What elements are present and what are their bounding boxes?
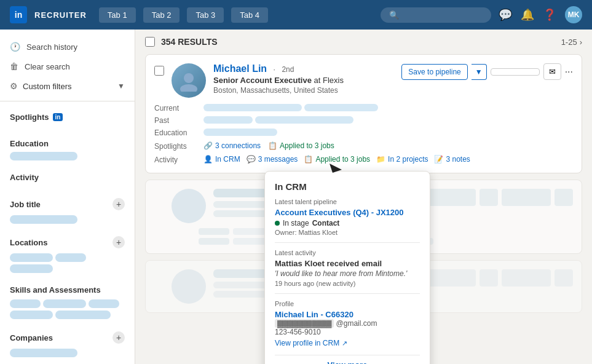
locations-pills xyxy=(10,253,125,273)
tooltip-pipeline-name[interactable]: Account Executives (Q4) - JX1200 xyxy=(275,208,420,217)
connections-icon: 🔗 xyxy=(203,141,213,150)
linkedin-logo[interactable]: in xyxy=(10,6,27,23)
tooltip-email: ▓▓▓▓▓▓▓▓▓▓▓ @gmail.com xyxy=(275,319,420,328)
search-icon: 🔍 xyxy=(389,10,399,20)
pagination: 1-25 › xyxy=(561,38,582,47)
nav-icons: 💬 🔔 ❓ MK xyxy=(499,6,582,23)
job-title-pills xyxy=(10,215,125,224)
messages-icon: 💬 xyxy=(247,155,256,164)
spotlights-row: Spotlights 🔗 3 connections 📋 Applied to … xyxy=(154,141,573,151)
tooltip-crm-link[interactable]: View profile in CRM ↗ xyxy=(275,339,420,347)
stage-name: Contact xyxy=(312,219,340,228)
notifications-icon[interactable]: 🔔 xyxy=(521,8,534,22)
education-pills xyxy=(10,152,125,160)
linkedin-badge: in xyxy=(53,113,63,121)
tooltip-phone: 123-456-9010 xyxy=(275,328,420,336)
sidebar: 🕐 Search history 🗑 Clear search ⚙ Custom… xyxy=(0,30,135,364)
save-to-pipeline-button[interactable]: Save to pipeline xyxy=(401,64,467,80)
email-redacted: ▓▓▓▓▓▓▓▓▓▓▓ xyxy=(275,319,334,328)
spotlights-title: Spotlights in xyxy=(10,113,125,122)
svg-point-1 xyxy=(180,84,197,92)
tooltip-activity-name: Mattias Kloet received email xyxy=(275,259,420,268)
message-button[interactable]: ✉ xyxy=(543,63,561,80)
skills-pills xyxy=(10,299,125,308)
tooltip-profile-label: Profile xyxy=(275,300,420,307)
activity-title: Activity xyxy=(10,173,125,182)
spotlights-section: Spotlights in xyxy=(0,106,135,133)
applied-icon: 📋 xyxy=(268,141,277,150)
education-row: Education xyxy=(154,127,573,137)
history-icon: 🕐 xyxy=(10,42,20,52)
applied-activity-icon: 📋 xyxy=(304,155,313,164)
companies-add[interactable]: + xyxy=(112,331,125,344)
notes-icon: 📝 xyxy=(434,155,443,164)
candidate-avatar xyxy=(172,63,206,98)
sidebar-clear-search[interactable]: 🗑 Clear search xyxy=(0,57,135,76)
chevron-down-icon: ▼ xyxy=(117,82,125,90)
svg-point-0 xyxy=(184,73,194,83)
candidate-name[interactable]: Michael Lin xyxy=(213,63,267,74)
more-options-button[interactable]: ··· xyxy=(565,66,573,77)
spotlights-connections[interactable]: 🔗 3 connections xyxy=(203,141,261,150)
crm-tooltip-popup: In CRM Latest talent pipeline Account Ex… xyxy=(264,171,430,364)
activity-projects[interactable]: 📁 In 2 projects xyxy=(376,154,428,164)
crm-icon: 👤 xyxy=(203,155,213,164)
results-header: 354 RESULTS 1-25 › xyxy=(145,37,582,47)
tooltip-cursor-arrow xyxy=(326,160,345,181)
locations-add[interactable]: + xyxy=(112,236,125,248)
tooltip-pipeline-label: Latest talent pipeline xyxy=(275,198,420,205)
skills-section: Skills and Assessments xyxy=(0,279,135,325)
messages-icon[interactable]: 💬 xyxy=(499,8,512,22)
current-row: Current xyxy=(154,103,573,113)
nav-tab-3[interactable]: Tab 3 xyxy=(187,7,224,23)
candidate-location: Boston, Massachusetts, United States xyxy=(213,86,394,95)
tooltip-divider-2 xyxy=(275,293,420,294)
sidebar-search-history[interactable]: 🕐 Search history xyxy=(0,37,135,57)
user-avatar[interactable]: MK xyxy=(565,6,582,23)
note-button[interactable] xyxy=(491,68,540,76)
divider-1 xyxy=(0,101,135,101)
past-row: Past xyxy=(154,115,573,125)
tooltip-profile-name[interactable]: Michael Lin - C66320 xyxy=(275,310,420,319)
trash-icon: 🗑 xyxy=(10,61,18,71)
nav-tab-1[interactable]: Tab 1 xyxy=(99,7,136,23)
skeleton-avatar xyxy=(172,189,206,223)
tooltip-title: In CRM xyxy=(275,181,420,192)
results-count: 354 RESULTS xyxy=(161,37,218,47)
job-title-add[interactable]: + xyxy=(112,198,125,210)
nav-tab-4[interactable]: Tab 4 xyxy=(231,7,268,23)
help-icon[interactable]: ❓ xyxy=(543,8,556,22)
nav-tab-2[interactable]: Tab 2 xyxy=(143,7,180,23)
candidate-title: Senior Account Executive at Flexis xyxy=(213,76,394,85)
sidebar-custom-filters[interactable]: ⚙ Custom filters ▼ xyxy=(0,76,135,96)
stage-label: In stage xyxy=(283,219,309,228)
education-title: Education xyxy=(10,139,125,148)
activity-messages[interactable]: 💬 3 messages xyxy=(247,154,298,164)
tooltip-stage-row: In stage Contact xyxy=(275,219,420,228)
main-layout: 🕐 Search history 🗑 Clear search ⚙ Custom… xyxy=(0,30,592,364)
connection-degree: 2nd xyxy=(282,65,294,74)
candidate-card-michael-lin: Michael Lin · 2nd Senior Account Executi… xyxy=(145,54,582,173)
candidate-checkbox[interactable] xyxy=(154,66,164,76)
next-page-icon[interactable]: › xyxy=(580,38,582,47)
filter-icon: ⚙ xyxy=(10,81,18,91)
spotlights-applied[interactable]: 📋 Applied to 3 jobs xyxy=(268,141,334,150)
activity-row: Activity 👤 In CRM 💬 3 messages 📋 Applied… xyxy=(154,154,573,164)
external-link-icon: ↗ xyxy=(342,339,347,347)
top-nav: in RECRUITER Tab 1 Tab 2 Tab 3 Tab 4 🔍 💬… xyxy=(0,0,592,30)
activity-in-crm[interactable]: 👤 In CRM xyxy=(203,154,240,164)
brand-name: RECRUITER xyxy=(34,10,87,20)
education-section: Education xyxy=(0,133,135,167)
tooltip-view-more-button[interactable]: View more xyxy=(275,355,420,364)
skeleton-avatar-2 xyxy=(172,269,206,304)
activity-section: Activity xyxy=(0,167,135,192)
stage-dot xyxy=(275,221,280,226)
skills-pills-2 xyxy=(10,311,125,319)
main-content: 354 RESULTS 1-25 › Michael Lin xyxy=(135,30,592,364)
select-all-checkbox[interactable] xyxy=(145,37,155,47)
search-bar[interactable]: 🔍 xyxy=(381,7,491,23)
pipeline-dropdown-button[interactable]: ▼ xyxy=(472,64,487,80)
tooltip-activity-quote: 'I would like to hear more from Mintome.… xyxy=(275,269,420,278)
activity-notes[interactable]: 📝 3 notes xyxy=(434,154,470,164)
card-actions: Save to pipeline ▼ ✉ ··· xyxy=(401,63,573,80)
